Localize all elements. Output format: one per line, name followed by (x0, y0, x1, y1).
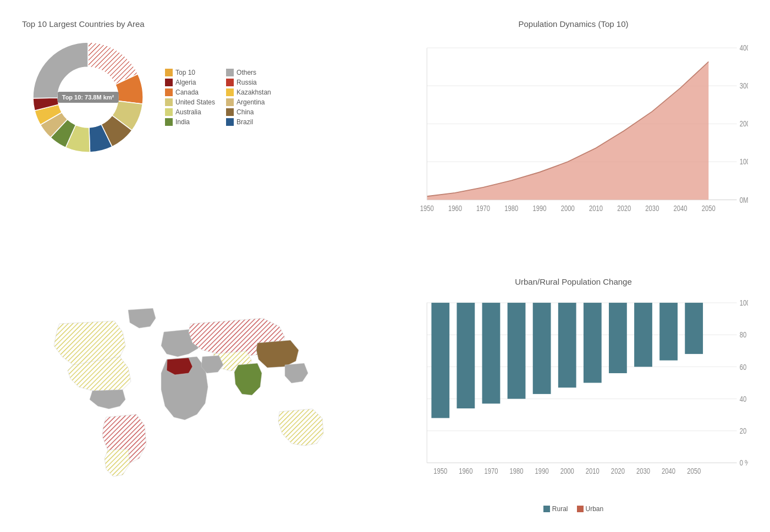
svg-text:4000M: 4000M (740, 44, 748, 52)
svg-text:1960: 1960 (448, 204, 462, 213)
legend-label: Canada (175, 88, 199, 96)
legend-label: China (237, 108, 254, 116)
bar-chart-legend: Rural Urban (399, 505, 748, 513)
svg-text:2050: 2050 (687, 467, 701, 476)
top-right-panel: Population Dynamics (Top 10) 0M 1000M 20… (388, 11, 759, 263)
svg-text:1950: 1950 (433, 467, 447, 476)
svg-rect-40 (457, 303, 475, 408)
legend-item-others: Others (226, 69, 276, 76)
svg-text:2040: 2040 (674, 204, 688, 213)
legend-color (165, 108, 173, 116)
svg-text:2020: 2020 (617, 204, 631, 213)
dashboard: Top 10 Largest Countries by Area (0, 0, 770, 532)
donut-chart-title: Top 10 Largest Countries by Area (22, 19, 145, 29)
svg-text:2010: 2010 (589, 204, 603, 213)
svg-text:1950: 1950 (420, 204, 434, 213)
svg-rect-50 (584, 303, 602, 383)
bar-chart-svg: 0 % 20 % 40 % 60 % 80 % 100 % (399, 292, 748, 503)
svg-rect-58 (685, 303, 703, 354)
legend-color (226, 108, 234, 116)
legend-item-brazil: Brazil (226, 118, 276, 126)
legend-color (165, 118, 173, 126)
svg-rect-38 (431, 303, 449, 418)
donut-chart: Top 10: 73.8M km² (28, 37, 148, 158)
legend-item-united-states: United States (165, 98, 215, 106)
legend-color (226, 118, 234, 126)
legend-item-top-10: Top 10 (165, 69, 215, 76)
svg-text:2040: 2040 (662, 467, 675, 476)
svg-text:2050: 2050 (702, 204, 716, 213)
legend-color (226, 88, 234, 96)
svg-rect-44 (508, 303, 526, 399)
svg-text:0M: 0M (740, 196, 748, 204)
legend-label: Australia (175, 108, 201, 116)
bar-chart-title: Urban/Rural Population Change (399, 277, 748, 286)
area-chart-title: Population Dynamics (Top 10) (399, 19, 748, 29)
legend-label: Kazakhstan (237, 88, 271, 96)
legend-label: Russia (237, 79, 257, 86)
svg-text:1980: 1980 (510, 467, 524, 476)
svg-rect-56 (659, 303, 678, 361)
legend-item-algeria: Algeria (165, 79, 215, 86)
svg-text:80 %: 80 % (740, 330, 748, 340)
svg-text:60 %: 60 % (740, 362, 748, 372)
urban-color (577, 506, 584, 512)
svg-rect-46 (533, 303, 551, 394)
legend-item-australia: Australia (165, 108, 215, 116)
legend-color (226, 69, 234, 76)
top-left-panel: Top 10 Largest Countries by Area (11, 11, 382, 263)
svg-text:2020: 2020 (611, 467, 625, 476)
svg-text:3000M: 3000M (740, 82, 748, 90)
rural-legend-item: Rural (543, 505, 568, 513)
legend-item-china: China (226, 108, 276, 116)
legend-label: Brazil (237, 118, 253, 126)
svg-text:2030: 2030 (645, 204, 659, 213)
svg-text:1960: 1960 (459, 467, 472, 476)
legend-label: Argentina (237, 98, 265, 106)
legend-color (226, 98, 234, 106)
svg-text:40 %: 40 % (740, 395, 748, 404)
svg-text:2000M: 2000M (740, 120, 748, 128)
bottom-left-panel (11, 269, 382, 521)
svg-text:2010: 2010 (586, 467, 600, 476)
svg-rect-42 (482, 303, 501, 404)
rural-color (543, 506, 550, 512)
area-chart-wrap: 0M 1000M 2000M 3000M 4000M 1950 1960 197… (399, 34, 748, 255)
legend-color (165, 69, 173, 76)
bar-chart-wrap: 0 % 20 % 40 % 60 % 80 % 100 % (399, 292, 748, 503)
legend-color (165, 98, 173, 106)
legend-label: Top 10 (175, 69, 195, 76)
bottom-right-panel: Urban/Rural Population Change 0 % 20 % 4… (388, 269, 759, 521)
svg-text:2030: 2030 (636, 467, 650, 476)
svg-text:100 %: 100 % (740, 298, 748, 308)
svg-text:20 %: 20 % (740, 426, 748, 436)
legend-item-kazakhstan: Kazakhstan (226, 88, 276, 96)
legend-item-argentina: Argentina (226, 98, 276, 106)
legend-item-india: India (165, 118, 215, 126)
svg-text:2000: 2000 (560, 467, 574, 476)
svg-text:1000M: 1000M (740, 158, 748, 166)
svg-rect-54 (634, 303, 652, 367)
legend-label: Others (237, 69, 256, 76)
donut-legend-row: Top 10: 73.8M km² Top 10OthersAlgeriaRus… (28, 37, 276, 158)
world-map-svg (43, 302, 351, 489)
urban-legend-item: Urban (577, 505, 604, 513)
svg-text:2000: 2000 (561, 204, 575, 213)
legend-item-canada: Canada (165, 88, 215, 96)
legend-color (165, 79, 173, 86)
rural-label: Rural (552, 505, 568, 513)
svg-text:1990: 1990 (535, 467, 549, 476)
svg-text:1970: 1970 (476, 204, 490, 213)
legend-color (226, 79, 234, 86)
svg-rect-52 (609, 303, 627, 373)
legend-label: India (175, 118, 190, 126)
area-chart-svg: 0M 1000M 2000M 3000M 4000M 1950 1960 197… (399, 34, 748, 255)
svg-text:1980: 1980 (504, 204, 518, 213)
svg-rect-48 (558, 303, 576, 387)
urban-label: Urban (586, 505, 604, 513)
legend-label: United States (175, 98, 215, 106)
svg-text:1970: 1970 (484, 467, 498, 476)
legend-label: Algeria (175, 79, 196, 86)
legend: Top 10OthersAlgeriaRussiaCanadaKazakhsta… (165, 69, 276, 126)
svg-text:0 %: 0 % (740, 458, 748, 468)
